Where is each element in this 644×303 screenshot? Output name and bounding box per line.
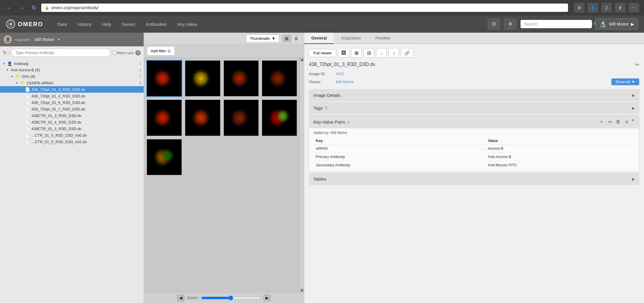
viewer-icon-split[interactable]: ⊟ — [364, 48, 374, 58]
extensions-button[interactable]: ⚙ — [574, 3, 585, 12]
tree-file-5[interactable]: 📄 438CTR_01_3_R3D_D3D.dv — [0, 112, 144, 119]
add-filter-button[interactable]: Add filter ⊕ — [147, 46, 175, 56]
search-input[interactable] — [540, 22, 592, 26]
forward-button[interactable]: → — [17, 3, 27, 12]
kv-row-3: Secondary AntibodyAnti-Mouse FITC — [313, 161, 635, 169]
zoom-nav-left[interactable]: ◀ — [177, 295, 184, 301]
scroll-up-arrow[interactable]: ▲ — [300, 58, 304, 61]
tree-file-9[interactable]: 📄 ...CTR_01_5_R3D_D3D_roi1.dv — [0, 138, 144, 145]
tree-item-dvs[interactable]: ▼ 📁 DVs (9) 1 — [0, 73, 144, 80]
settings-icon-button[interactable]: ⚙ — [487, 18, 500, 30]
viewer-icon-fullscreen[interactable]: 🖼 — [338, 48, 349, 58]
thumbnail-6[interactable] — [185, 99, 221, 136]
thumbnail-4[interactable] — [261, 60, 297, 97]
thumbnail-5[interactable] — [146, 99, 182, 136]
thumbnails-view-button[interactable]: Thumbnails ▼ — [246, 34, 279, 42]
viewer-icon-link[interactable]: 🔗 — [401, 48, 413, 58]
file-icon: 📄 — [25, 133, 30, 138]
svg-point-2 — [9, 23, 12, 25]
kv-col-value: Value — [486, 137, 635, 144]
tags-count: 5 — [325, 106, 327, 110]
zoom-label: Zoom: — [187, 296, 198, 300]
thumbnail-8[interactable] — [261, 99, 297, 136]
tree-item-count: 1 — [139, 75, 141, 78]
viewer-icon-annotate[interactable]: .. — [376, 48, 387, 58]
help-icon-button[interactable]: ? — [135, 50, 141, 56]
thumbnail-1[interactable] — [146, 60, 182, 97]
thumbnail-9[interactable] — [146, 139, 182, 176]
tree-item-label: 438_72hpt_01_4_R3D_D3D.dv — [31, 94, 141, 98]
tab-general[interactable]: General — [304, 33, 334, 44]
zoom-slider[interactable] — [201, 296, 261, 300]
refresh-button[interactable]: ↻ — [30, 3, 38, 12]
image-id-value[interactable]: 4410 — [336, 72, 344, 76]
scroll-down-arrow[interactable]: ▼ — [300, 288, 304, 292]
tree-item-count: 1 — [139, 68, 141, 72]
nav-help[interactable]: Help — [97, 15, 117, 33]
kv-close-button[interactable]: ✕ — [623, 118, 630, 125]
tab-acquisition[interactable]: Acquisition — [334, 33, 368, 44]
tree-item-cenpb[interactable]: ▼ 📁 CENPB-siRNAi 9 — [0, 80, 144, 86]
tree-root-antibody[interactable]: ▼ 👤 Antibody 1 — [0, 60, 144, 67]
tags-section[interactable]: Tags 5 ▶ — [309, 102, 639, 114]
kv-actions: + ✏ 🗑 ✕ ▼ — [598, 118, 635, 125]
tree-file-7[interactable]: 📄 438CTR_01_5_R3D_D3D.dv — [0, 125, 144, 132]
list-view-button[interactable]: ☰ — [292, 35, 301, 42]
tree-file-1[interactable]: 📄 438_72hpt_01_3_R3D_D3D.dv — [0, 86, 144, 93]
tree-file-4[interactable]: 📄 438_72hpt_01_7_R3D_D3D.dv — [0, 106, 144, 112]
back-button[interactable]: ← — [5, 3, 14, 12]
tables-header[interactable]: Tables ▶ — [309, 173, 639, 184]
url-bar[interactable]: 🔒 omero.org/mapr/antibody/ — [41, 4, 568, 12]
nav-data[interactable]: Data — [52, 15, 72, 33]
edit-title-button[interactable]: ✏ — [635, 62, 639, 67]
tab-preview[interactable]: Preview — [368, 33, 397, 44]
tree-file-3[interactable]: 📄 438_72hpt_01_6_R3D_D3D.dv — [0, 99, 144, 106]
thumbnail-3[interactable] — [223, 60, 259, 97]
show-all-dropdown-arrow: ▼ — [631, 80, 635, 84]
viewer-icon-download[interactable]: ↓ — [388, 48, 399, 58]
image-id-label: Image ID: — [309, 72, 333, 76]
nav-genes[interactable]: Genes — [117, 15, 140, 33]
kv-content: Added by: Will Moöre Key Value siRNAiAur… — [309, 128, 639, 172]
more-button[interactable]: ⋯ — [629, 3, 639, 12]
tree-refresh-button[interactable]: ↻ — [3, 50, 7, 56]
user-dropdown-arrow[interactable]: ▼ — [57, 37, 61, 42]
nav-history[interactable]: History — [72, 15, 97, 33]
kv-value-1: Aurora-B — [486, 144, 635, 153]
match-case-checkbox[interactable] — [112, 51, 116, 55]
show-all-button[interactable]: Show all ▼ — [611, 78, 639, 85]
viewer-icon-grid[interactable]: ⊞ — [351, 48, 362, 58]
nav-antibodies[interactable]: Antibodies — [140, 15, 172, 33]
kv-value-3: Anti-Mouse FITC — [486, 161, 635, 169]
tree-item-label: ...CTR_01_5_R3D_D3D_roi0.dv — [31, 133, 141, 138]
type-filter-input[interactable] — [12, 49, 110, 57]
thumbnails-dropdown-arrow: ▼ — [272, 36, 275, 41]
tree-expand-icon: ▼ — [6, 68, 11, 72]
zoom-button[interactable]: Z — [601, 3, 612, 12]
owner-label: Owner: — [309, 80, 333, 84]
user-menu-button[interactable]: 🔬 Will Moöre ▶ — [595, 18, 638, 30]
kv-added-by: Added by: Will Moöre — [313, 131, 635, 135]
kv-edit-button[interactable]: ✏ — [606, 118, 613, 125]
nav-any-value[interactable]: Any Value — [172, 15, 202, 33]
thumbnail-7[interactable] — [223, 99, 259, 136]
kv-add-button[interactable]: + — [598, 118, 605, 125]
thumbnail-2[interactable] — [185, 60, 221, 97]
tree-container: ▼ 👤 Antibody 1 ▼ Anti-Aurora-B (9) 1 ▼ 📁… — [0, 59, 144, 303]
full-viewer-button[interactable]: Full viewer — [309, 49, 336, 57]
tree-file-2[interactable]: 📄 438_72hpt_01_4_R3D_D3D.dv — [0, 93, 144, 99]
share-button[interactable]: ⬆ — [615, 3, 626, 12]
snowflake-icon-button[interactable]: ❄ — [504, 18, 517, 30]
grid-view-button[interactable]: ⊞ — [282, 35, 291, 42]
vertical-scrollbar[interactable]: ▲ ▼ — [300, 58, 304, 292]
tree-file-8[interactable]: 📄 ...CTR_01_5_R3D_D3D_roi0.dv — [0, 132, 144, 138]
tree-file-6[interactable]: 📄 438CTR_01_4_R3D_D3D.dv — [0, 119, 144, 125]
filter-dropdown-arrow: ⊕ — [167, 48, 171, 54]
zoom-nav-right[interactable]: ▶ — [264, 295, 271, 301]
file-icon: 📄 — [25, 107, 30, 111]
tree-item-anti-aurora[interactable]: ▼ Anti-Aurora-B (9) 1 — [0, 67, 144, 73]
kv-header[interactable]: Key-Value Pairs 1 + ✏ 🗑 ✕ ▼ — [309, 115, 639, 128]
user-profile-button[interactable]: 👤 — [588, 3, 598, 12]
image-details-section[interactable]: Image Details ▶ — [309, 89, 639, 101]
kv-delete-button[interactable]: 🗑 — [615, 118, 622, 125]
